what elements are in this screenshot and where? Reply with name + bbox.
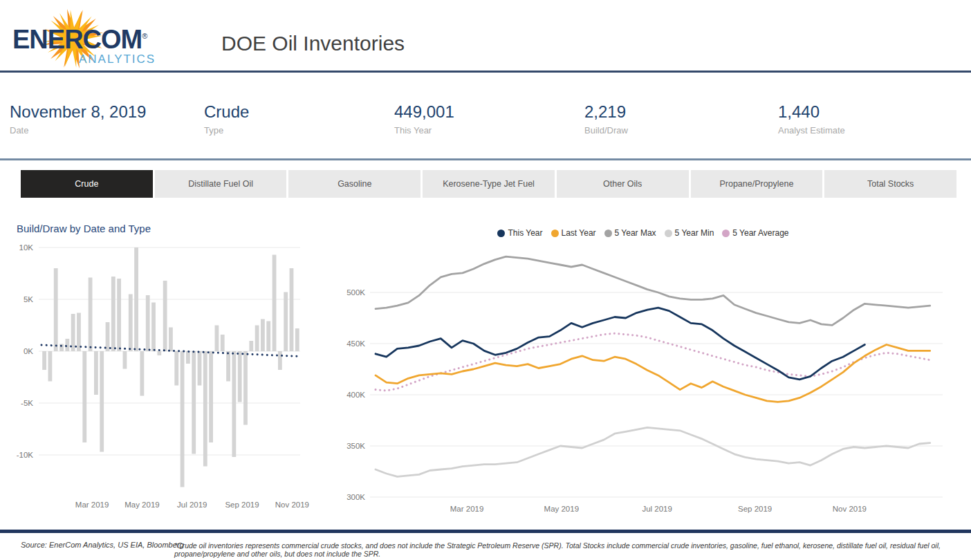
bar[interactable] (134, 248, 138, 351)
tab-total-stocks[interactable]: Total Stocks (824, 170, 956, 198)
bar[interactable] (123, 351, 127, 369)
build-draw-bar-chart[interactable]: 10K5K0K-5K-10KMar 2019May 2019Jul 2019Se… (7, 218, 311, 523)
bar[interactable] (151, 303, 156, 352)
bar[interactable] (266, 321, 270, 352)
y-axis-label: 5K (24, 295, 33, 304)
bar[interactable] (163, 281, 167, 351)
bar[interactable] (186, 351, 190, 364)
tab-bar: CrudeDistillate Fuel OilGasolineKerosene… (21, 170, 956, 198)
bar[interactable] (42, 351, 46, 370)
tab-crude[interactable]: Crude (21, 170, 153, 198)
tab-propane-propylene[interactable]: Propane/Propylene (691, 170, 823, 198)
bar[interactable] (232, 351, 236, 457)
x-axis-label: Mar 2019 (75, 501, 109, 509)
bar[interactable] (77, 313, 81, 352)
brand-subtitle: ANALYTICS (79, 53, 156, 66)
section-divider (0, 158, 971, 160)
bar[interactable] (54, 268, 58, 351)
bar[interactable] (261, 319, 265, 352)
bar[interactable] (65, 339, 69, 351)
kpi-build-draw: 2,219Build/Draw (584, 102, 628, 136)
x-axis-label: Mar 2019 (450, 505, 484, 513)
kpi-label: This Year (394, 125, 454, 136)
y-axis-label: 400K (346, 391, 365, 399)
kpi-analyst-estimate: 1,440Analyst Estimate (778, 102, 845, 136)
tab-distillate-fuel-oil[interactable]: Distillate Fuel Oil (155, 170, 287, 198)
bar[interactable] (272, 255, 277, 352)
kpi-value: 2,219 (584, 102, 628, 122)
y-axis-label: 350K (346, 442, 365, 450)
tab-gasoline[interactable]: Gasoline (288, 170, 420, 198)
bar[interactable] (295, 328, 299, 351)
header-divider (0, 71, 971, 73)
y-axis-label: -5K (21, 399, 33, 407)
registered-mark-icon: ® (142, 32, 147, 40)
bar[interactable] (48, 351, 53, 382)
bar[interactable] (238, 351, 242, 402)
bar[interactable] (192, 351, 196, 454)
dashboard-page: ENERCOM® ANALYTICS DOE Oil Inventories N… (0, 0, 971, 560)
kpi-label: Type (204, 125, 249, 136)
series-5-year-min[interactable] (376, 427, 930, 476)
bar[interactable] (140, 351, 144, 396)
footer-note: *Crude oil inventories represents commer… (174, 541, 963, 558)
bar[interactable] (226, 351, 230, 382)
footer-source: Source: EnerCom Analytics, US EIA, Bloom… (21, 541, 184, 549)
brand-name: ENERCOM® (12, 25, 147, 55)
y-axis-label: 10K (19, 243, 34, 252)
kpi-value: 1,440 (778, 102, 845, 122)
kpi-type: CrudeType (204, 102, 249, 136)
y-axis-label: 450K (346, 339, 365, 348)
bar[interactable] (284, 292, 288, 352)
bar[interactable] (169, 328, 173, 352)
bar[interactable] (174, 351, 178, 386)
bar[interactable] (117, 279, 121, 351)
kpi-date: November 8, 2019Date (10, 102, 146, 136)
x-axis-label: Jul 2019 (642, 505, 672, 513)
x-axis-label: Jul 2019 (177, 501, 207, 509)
bar[interactable] (249, 341, 253, 351)
kpi-value: November 8, 2019 (10, 102, 146, 122)
x-axis-label: Sep 2019 (738, 505, 772, 513)
tab-kerosene-type-jet-fuel[interactable]: Kerosene-Type Jet Fuel (423, 170, 555, 198)
kpi-label: Date (10, 125, 146, 136)
kpi-label: Build/Draw (584, 125, 628, 136)
x-axis-label: May 2019 (544, 505, 580, 513)
y-axis-label: 500K (346, 288, 365, 297)
bar[interactable] (255, 326, 259, 352)
bar[interactable] (100, 351, 104, 452)
bar[interactable] (181, 351, 185, 487)
bar[interactable] (243, 351, 248, 425)
tab-other-oils[interactable]: Other Oils (557, 170, 689, 198)
series-5-year-max[interactable] (376, 256, 930, 325)
bar[interactable] (82, 351, 86, 442)
x-axis-label: Nov 2019 (275, 501, 309, 509)
bar[interactable] (146, 295, 150, 351)
y-axis-label: 0K (24, 347, 33, 355)
kpi-value: Crude (204, 102, 249, 122)
bar[interactable] (157, 351, 161, 355)
bar[interactable] (198, 351, 202, 386)
bar[interactable] (106, 322, 110, 351)
enercom-logo: ENERCOM® ANALYTICS (12, 7, 158, 71)
bar[interactable] (94, 351, 98, 395)
footer-divider (0, 530, 971, 533)
inventory-line-chart[interactable]: 500K450K400K350K300KMar 2019May 2019Jul … (325, 218, 961, 528)
x-axis-label: Nov 2019 (833, 505, 867, 513)
page-title: DOE Oil Inventories (221, 32, 405, 55)
series-last-year[interactable] (376, 345, 930, 402)
bar[interactable] (89, 278, 93, 352)
x-axis-label: May 2019 (124, 501, 160, 509)
y-axis-label: 300K (346, 493, 365, 501)
bar[interactable] (203, 351, 207, 467)
bar[interactable] (278, 351, 282, 370)
bar[interactable] (221, 335, 225, 351)
bar[interactable] (209, 351, 213, 442)
y-axis-label: -10K (17, 451, 34, 459)
bar[interactable] (290, 268, 294, 351)
kpi-this-year: 449,001This Year (394, 102, 454, 136)
x-axis-label: Sep 2019 (225, 501, 259, 509)
bar[interactable] (111, 277, 115, 351)
bar[interactable] (129, 295, 133, 352)
bar[interactable] (215, 326, 219, 352)
